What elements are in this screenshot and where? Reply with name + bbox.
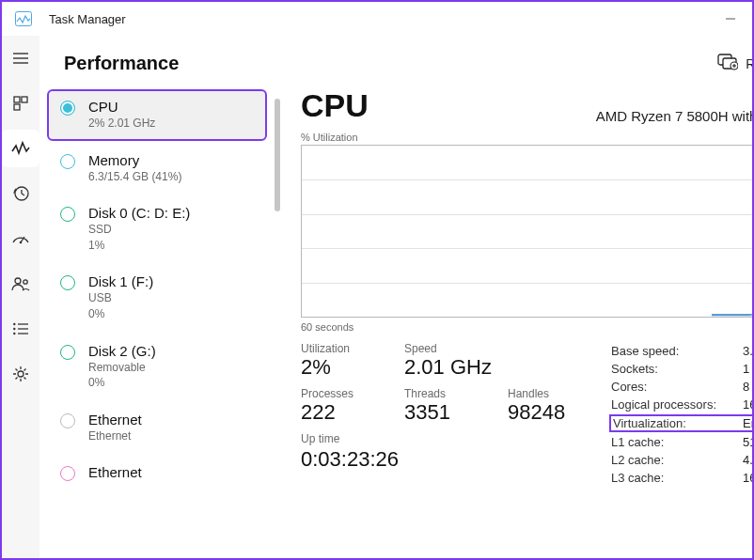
resource-name: Disk 0 (C: D: E:)	[88, 205, 190, 222]
spec-value: 3.20 GHz	[743, 344, 754, 358]
spec-key: L1 cache:	[611, 435, 743, 449]
spec-key: Virtualization:	[611, 416, 743, 430]
status-dot	[60, 154, 75, 169]
resource-sub: Removable	[88, 361, 156, 376]
resource-sub: 2% 2.01 GHz	[88, 117, 155, 132]
cpu-specs: Base speed:3.20 GHzSockets:1Cores:8Logic…	[611, 342, 754, 487]
resource-item-memory[interactable]: Memory6.3/15.4 GB (41%)	[47, 143, 267, 194]
spec-key: Base speed:	[611, 344, 743, 358]
resource-name: CPU	[88, 99, 155, 116]
resource-item-ethernet[interactable]: EthernetEthernet	[47, 402, 267, 454]
resource-sub2: 1%	[88, 239, 190, 254]
scrollbar-thumb[interactable]	[275, 99, 280, 211]
resource-name: Disk 1 (F:)	[88, 273, 153, 290]
page-title: Performance	[64, 53, 179, 74]
resource-item-disk[interactable]: Disk 0 (C: D: E:)SSD1%	[47, 195, 267, 262]
list-scrollbar[interactable]	[275, 93, 282, 549]
spec-key: L3 cache:	[611, 471, 743, 485]
spec-key: Cores:	[611, 380, 743, 394]
nav-settings[interactable]	[2, 355, 39, 393]
spec-row: Logical processors:16	[611, 396, 754, 413]
status-dot	[60, 275, 75, 290]
nav-rail	[2, 36, 39, 558]
resource-item-ethernet[interactable]: Ethernet	[47, 455, 267, 490]
detail-panel: CPU AMD Ryzen 7 5800H with Radeon G % Ut…	[282, 84, 754, 558]
spec-value: 16.0 MB	[743, 471, 754, 485]
spec-value: 4.0 MB	[743, 453, 754, 467]
utilization-value: 2%	[301, 355, 404, 380]
window-title: Task Manager	[49, 12, 126, 26]
spec-row: Cores:8	[611, 378, 754, 396]
svg-rect-0	[16, 12, 32, 26]
threads-value: 3351	[404, 400, 508, 425]
spec-row: Sockets:1	[611, 360, 754, 378]
status-dot	[60, 413, 75, 428]
spec-key: Logical processors:	[611, 397, 743, 412]
svg-rect-6	[22, 97, 27, 102]
resource-item-cpu[interactable]: CPU2% 2.01 GHz	[47, 89, 267, 141]
chart-top-label: % Utilization	[301, 132, 754, 143]
resource-name: Ethernet	[88, 464, 142, 481]
minimize-button[interactable]	[709, 2, 752, 36]
utilization-chart[interactable]	[301, 145, 754, 318]
spec-value: 512 KB	[743, 435, 754, 449]
resource-sub: Ethernet	[88, 429, 142, 444]
titlebar: Task Manager	[2, 2, 752, 36]
nav-users[interactable]	[2, 265, 39, 303]
speed-value: 2.01 GHz	[404, 355, 508, 380]
resource-sub: SSD	[88, 223, 190, 238]
handles-value: 98248	[508, 400, 611, 425]
spec-row: Virtualization:Enabled	[609, 414, 754, 432]
resource-item-disk[interactable]: Disk 1 (F:)USB0%	[47, 264, 267, 331]
status-dot	[60, 207, 75, 222]
app-icon	[15, 11, 32, 26]
nav-details[interactable]	[2, 310, 39, 348]
resource-sub: USB	[88, 291, 153, 306]
handles-label: Handles	[508, 387, 611, 400]
resource-name: Memory	[88, 152, 181, 169]
resource-sub2: 0%	[88, 376, 156, 391]
spec-value: 1	[743, 362, 754, 376]
resource-item-disk[interactable]: Disk 2 (G:)Removable0%	[47, 334, 267, 400]
run-new-task-button[interactable]: Run new ta	[717, 54, 754, 73]
page-header: Performance Run new ta	[39, 36, 754, 84]
detail-title: CPU	[301, 87, 369, 124]
spec-key: Sockets:	[611, 362, 743, 376]
processes-value: 222	[301, 400, 404, 425]
svg-point-17	[13, 333, 15, 334]
nav-app-history[interactable]	[2, 175, 39, 212]
cpu-model-name: AMD Ryzen 7 5800H with Radeon G	[596, 108, 754, 124]
status-dot	[60, 101, 75, 116]
svg-point-12	[24, 280, 27, 284]
run-task-icon	[717, 54, 738, 73]
threads-label: Threads	[404, 387, 508, 400]
spec-value: 16	[743, 397, 754, 412]
nav-performance[interactable]	[2, 130, 39, 167]
spec-value: Enabled	[743, 416, 754, 430]
spec-row: Base speed:3.20 GHz	[611, 342, 754, 360]
svg-point-13	[13, 323, 15, 325]
speed-label: Speed	[404, 342, 508, 355]
status-dot	[60, 345, 75, 360]
spec-row: L1 cache:512 KB	[611, 433, 754, 451]
spec-row: L3 cache:16.0 MB	[611, 469, 754, 487]
resource-sub2: 0%	[88, 307, 153, 322]
nav-processes[interactable]	[2, 85, 39, 122]
status-dot	[60, 466, 75, 481]
uptime-label: Up time	[301, 432, 611, 445]
svg-point-10	[20, 241, 23, 244]
svg-rect-7	[14, 104, 20, 110]
run-new-task-label: Run new ta	[746, 56, 754, 71]
svg-point-11	[15, 278, 21, 284]
svg-point-15	[13, 328, 15, 330]
spec-value: 8	[743, 380, 754, 394]
spec-key: L2 cache:	[611, 453, 743, 467]
resource-sub: 6.3/15.4 GB (41%)	[88, 170, 181, 185]
uptime-value: 0:03:23:26	[301, 447, 611, 472]
nav-startup[interactable]	[2, 220, 39, 257]
hamburger-icon[interactable]	[2, 39, 39, 77]
spec-row: L2 cache:4.0 MB	[611, 451, 754, 469]
resource-name: Ethernet	[88, 412, 142, 428]
utilization-label: Utilization	[301, 342, 404, 355]
resource-list: CPU2% 2.01 GHzMemory6.3/15.4 GB (41%)Dis…	[47, 84, 267, 558]
